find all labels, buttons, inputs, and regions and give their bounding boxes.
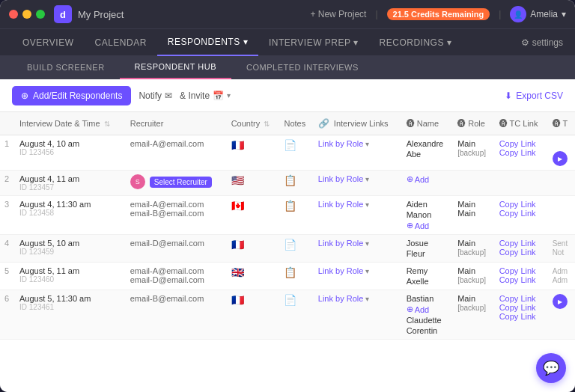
table-row: 1 August 4, 10 am ID 123456 email-A@emai… — [0, 135, 575, 171]
table-row: 5 August 5, 11 am ID 123460 email-A@emai… — [0, 263, 575, 290]
name-cell-2[interactable]: ⊕ Add — [402, 171, 454, 196]
role-cell-4: Main [backup] — [453, 235, 494, 263]
recruiter-cell-2[interactable]: S Select Recruiter — [126, 171, 227, 196]
tc-cell-6[interactable]: Copy Link Copy Link Copy Link — [495, 290, 548, 340]
country-cell-2: 🇺🇸 — [227, 171, 280, 196]
t-cell-1 — [548, 135, 575, 171]
col-country[interactable]: Country ⇅ — [227, 112, 280, 135]
respondents-table: Interview Date & Time ⇅ Recruiter Countr… — [0, 112, 575, 340]
col-links: 🔗 Interview Links — [314, 112, 402, 135]
t-cell-5: Adm Adm — [548, 263, 575, 290]
links-cell-3[interactable]: Link by Role ▾ — [314, 196, 402, 235]
settings-nav[interactable]: ⚙ settings — [521, 37, 563, 48]
date-cell-2: August 4, 11 am ID 123457 — [15, 171, 126, 196]
t-cell-4: Sent Not — [548, 235, 575, 263]
notes-cell-5[interactable]: 📋 — [279, 263, 313, 290]
links-cell-1[interactable]: Link by Role ▾ — [314, 135, 402, 171]
recruiter-cell-5: email-A@email.com email-D@email.com — [126, 263, 227, 290]
tc-cell-4[interactable]: Copy Link Copy Link — [495, 235, 548, 263]
nav-recordings[interactable]: RECORDINGS ▾ — [369, 29, 463, 56]
nav-interview-prep[interactable]: INTERVIEW PREP ▾ — [258, 29, 369, 56]
chevron-down-icon: ▾ — [562, 9, 566, 19]
respondents-table-container: Interview Date & Time ⇅ Recruiter Countr… — [0, 112, 575, 392]
links-cell-5[interactable]: Link by Role ▾ — [314, 263, 402, 290]
notes-cell-3[interactable]: 📋 — [279, 196, 313, 235]
nav-calendar[interactable]: CALENDAR — [84, 29, 156, 56]
links-cell-4[interactable]: Link by Role ▾ — [314, 235, 402, 263]
col-notes: Notes — [279, 112, 313, 135]
notes-cell-4[interactable]: 📄 — [279, 235, 313, 263]
notify-icon: ✉ — [165, 91, 172, 101]
navbar: OVERVIEW CALENDAR RESPONDENTS ▾ INTERVIE… — [0, 28, 575, 55]
col-date[interactable]: Interview Date & Time ⇅ — [15, 112, 126, 135]
country-cell-3: 🇨🇦 — [227, 196, 280, 235]
chat-widget[interactable] — [536, 353, 566, 383]
table-row: 4 August 5, 10 am ID 123459 email-D@emai… — [0, 235, 575, 263]
notes-cell-2[interactable]: 📋 — [279, 171, 313, 196]
table-row: 3 August 4, 11:30 am ID 123458 email-A@e… — [0, 196, 575, 235]
add-icon: ⊕ — [21, 91, 28, 101]
invite-button[interactable]: & Invite 📅 ▾ — [180, 91, 231, 101]
notify-label: Notify — [139, 91, 162, 101]
table-row: 2 August 4, 11 am ID 123457 S Select Rec… — [0, 171, 575, 196]
name-cell-5: Remy Axelle — [402, 263, 454, 290]
nav-respondents[interactable]: RESPONDENTS ▾ — [157, 29, 258, 56]
new-project-button[interactable]: + New Project — [310, 9, 366, 19]
traffic-lights — [9, 10, 45, 19]
date-cell-1: August 4, 10 am ID 123456 — [15, 135, 126, 171]
notes-cell-1[interactable]: 📄 — [279, 135, 313, 171]
col-recruiter: Recruiter — [126, 112, 227, 135]
calendar-icon: 📅 — [213, 91, 224, 101]
play-button-6[interactable] — [553, 294, 568, 309]
tc-cell-5[interactable]: Copy Link Copy Link — [495, 263, 548, 290]
minimize-button[interactable] — [22, 10, 31, 19]
nav-overview[interactable]: OVERVIEW — [12, 29, 84, 56]
play-button-1[interactable] — [553, 151, 568, 166]
export-label: Export CSV — [516, 91, 563, 101]
name-cell-6: Bastian ⊕ Add Claudette Corentin — [402, 290, 454, 340]
recruiter-cell-4: email-D@email.com — [126, 235, 227, 263]
user-name: Amelia — [530, 9, 558, 19]
notes-cell-6[interactable]: 📄 — [279, 290, 313, 340]
row-num-6: 6 — [0, 290, 15, 340]
links-cell-2[interactable]: Link by Role ▾ — [314, 171, 402, 196]
divider2: | — [499, 9, 501, 19]
recruiter-cell-1: email-A@email.com — [126, 135, 227, 171]
credits-badge: 21.5 Credits Remaining — [387, 8, 490, 20]
user-menu[interactable]: 👤 Amelia ▾ — [510, 6, 566, 22]
export-csv-button[interactable]: ⬇ Export CSV — [505, 91, 563, 101]
country-cell-1: 🇫🇷 — [227, 135, 280, 171]
row-num-2: 2 — [0, 171, 15, 196]
country-cell-6: 🇫🇷 — [227, 290, 280, 340]
col-t: 🅐 T — [548, 112, 575, 135]
name-cell-3: Aiden Manon ⊕ Add — [402, 196, 454, 235]
tc-cell-1[interactable]: Copy Link Copy Link — [495, 135, 548, 171]
table-header-row: Interview Date & Time ⇅ Recruiter Countr… — [0, 112, 575, 135]
row-num-5: 5 — [0, 263, 15, 290]
subtabs: BUILD SCREENER RESPONDENT HUB COMPLETED … — [0, 55, 575, 79]
divider: | — [375, 9, 377, 19]
col-tc: 🅐 TC Link — [495, 112, 548, 135]
close-button[interactable] — [9, 10, 18, 19]
table-row: 6 August 5, 11:30 am ID 123461 email-B@e… — [0, 290, 575, 340]
tab-build-screener[interactable]: BUILD SCREENER — [12, 55, 120, 79]
col-name: 🅐 Name — [402, 112, 454, 135]
date-cell-5: August 5, 11 am ID 123460 — [15, 263, 126, 290]
tc-cell-3[interactable]: Copy Link Copy Link — [495, 196, 548, 235]
tab-respondent-hub[interactable]: RESPONDENT HUB — [120, 55, 231, 79]
row-num-4: 4 — [0, 235, 15, 263]
row-num-1: 1 — [0, 135, 15, 171]
role-cell-3: Main Main — [453, 196, 494, 235]
add-edit-respondents-button[interactable]: ⊕ Add/Edit Respondents — [12, 86, 131, 105]
name-cell-1: Alexandre Abe — [402, 135, 454, 171]
tab-completed-interviews[interactable]: COMPLETED INTERVIEWS — [231, 55, 374, 79]
links-cell-6[interactable]: Link by Role ▾ — [314, 290, 402, 340]
notify-button[interactable]: Notify ✉ — [139, 91, 172, 101]
recruiter-cell-3: email-A@email.com email-B@email.com — [126, 196, 227, 235]
col-role: 🅐 Role — [453, 112, 494, 135]
header-right: + New Project | 21.5 Credits Remaining |… — [310, 6, 566, 22]
t-cell-3 — [548, 196, 575, 235]
recruiter-cell-6: email-B@email.com — [126, 290, 227, 340]
maximize-button[interactable] — [36, 10, 45, 19]
user-avatar: 👤 — [510, 6, 526, 22]
